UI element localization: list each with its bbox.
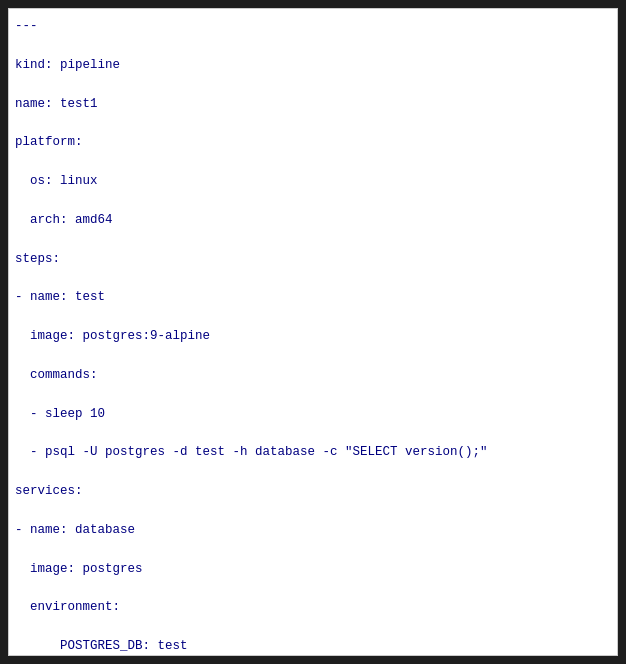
- code-content: --- kind: pipeline name: test1 platform:…: [15, 17, 611, 656]
- editor-container[interactable]: --- kind: pipeline name: test1 platform:…: [8, 8, 618, 656]
